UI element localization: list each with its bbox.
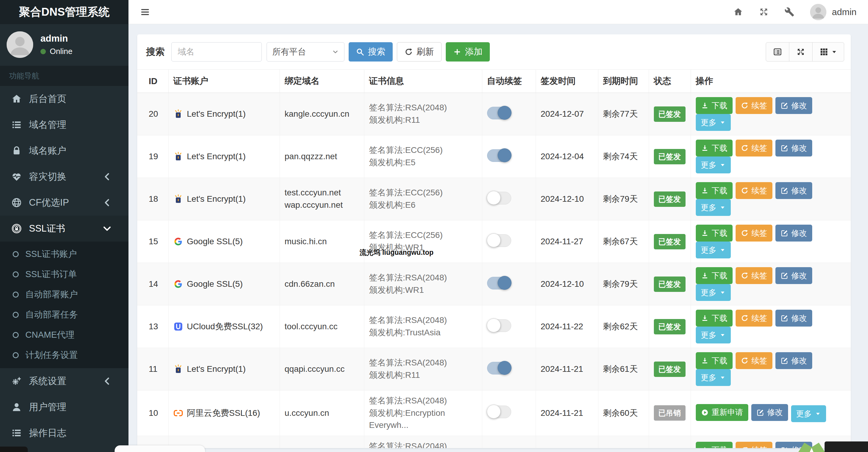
sidebar-item-cf-ip[interactable]: CF优选IP <box>0 190 128 216</box>
sidebar-item-op-logs[interactable]: 操作日志 <box>0 420 128 446</box>
sidebar-item-failover[interactable]: 容灾切换 <box>0 164 128 190</box>
edit-button[interactable]: 修改 <box>775 267 812 284</box>
more-button[interactable]: 更多 <box>696 157 731 173</box>
sidebar-item-system-settings[interactable]: 系统设置 <box>0 368 128 394</box>
cell-domains: kangle.cccyun.cn <box>280 93 364 135</box>
bottom-right-dark-widget[interactable] <box>825 442 868 452</box>
cell-actions: 下载续签修改更多 <box>691 93 851 135</box>
edit-button[interactable]: 修改 <box>775 310 812 327</box>
edit-button[interactable]: 修改 <box>775 97 812 114</box>
home-icon[interactable] <box>733 7 743 17</box>
sidebar-item-dashboard[interactable]: 后台首页 <box>0 86 128 112</box>
edit-button[interactable]: 修改 <box>751 404 788 421</box>
sidebar-item-cron-settings[interactable]: 计划任务设置 <box>0 345 128 365</box>
sidebar-item-ssl-accounts[interactable]: SSL证书账户 <box>0 244 128 264</box>
letsencrypt-icon <box>174 364 183 374</box>
circle-icon <box>13 271 19 278</box>
renew-button[interactable]: 续签 <box>736 352 772 369</box>
cell-actions: 下载续签修改更多 <box>691 135 851 178</box>
fullscreen-icon[interactable] <box>759 7 769 17</box>
app-logo[interactable]: 聚合DNS管理系统 <box>0 0 128 24</box>
auto-renew-toggle[interactable] <box>487 192 511 204</box>
download-button[interactable]: 下载 <box>696 140 733 157</box>
sidebar-item-deploy-accounts[interactable]: 自动部署账户 <box>0 284 128 304</box>
platform-select[interactable]: 所有平台 <box>267 42 344 62</box>
auto-renew-toggle[interactable] <box>487 362 511 375</box>
edit-button[interactable]: 修改 <box>775 182 812 199</box>
download-button[interactable]: 下载 <box>696 310 733 327</box>
auto-renew-toggle[interactable] <box>487 277 511 289</box>
online-dot <box>40 49 46 54</box>
cell-account: Let's Encrypt(1) <box>168 93 280 135</box>
sidebar-item-domain-manage[interactable]: 域名管理 <box>0 112 128 138</box>
download-button[interactable]: 下载 <box>696 225 733 241</box>
bottom-right-green-widget[interactable] <box>798 442 826 452</box>
search-button[interactable]: 搜索 <box>349 42 393 62</box>
caret-down-icon <box>720 332 726 338</box>
sidebar-nav: 后台首页 域名管理 域名账户 容灾切换 CF优选IP SSL证书 SSL证书账户… <box>0 86 128 446</box>
refresh-button[interactable]: 刷新 <box>397 42 441 62</box>
navbar-account[interactable]: admin <box>810 4 857 20</box>
columns-dropdown-button[interactable] <box>812 42 844 62</box>
more-button[interactable]: 更多 <box>696 241 731 258</box>
renew-button[interactable]: 续签 <box>736 182 772 199</box>
cell-issued: 2024-11-22 <box>536 305 598 348</box>
more-button[interactable]: 更多 <box>791 405 826 422</box>
sidebar-item-user-manage[interactable]: 用户管理 <box>0 394 128 420</box>
download-button[interactable]: 下载 <box>696 182 733 199</box>
table-row: 19 Let's Encrypt(1) pan.qqzzz.net 签名算法:E… <box>137 135 851 178</box>
renew-button[interactable]: 续签 <box>736 97 772 114</box>
sidebar-item-deploy-tasks[interactable]: 自动部署任务 <box>0 304 128 325</box>
add-button[interactable]: 添加 <box>446 42 490 62</box>
edit-icon <box>780 102 788 109</box>
cell-issued: 2024-12-04 <box>536 135 598 178</box>
cell-cert-info: 签名算法:RSA(2048)颁发机构:TrustAsia <box>364 305 482 348</box>
cell-domains: pan.qqzzz.net <box>280 135 364 178</box>
sidebar-item-domain-accounts[interactable]: 域名账户 <box>0 138 128 164</box>
cell-auto-renew <box>482 436 536 448</box>
auto-renew-toggle[interactable] <box>487 107 511 120</box>
toggle-view-button[interactable] <box>766 42 789 62</box>
refresh-icon <box>741 446 749 448</box>
sidebar-item-ssl-cert[interactable]: SSL证书 <box>0 216 128 241</box>
col-status: 状态 <box>649 70 691 93</box>
renew-button[interactable]: 续签 <box>736 140 772 157</box>
ssl-lock-icon <box>10 223 23 234</box>
download-button[interactable]: 下载 <box>696 442 733 448</box>
reapply-button[interactable]: 重新申请 <box>696 404 748 421</box>
auto-renew-toggle[interactable] <box>487 234 511 247</box>
more-button[interactable]: 更多 <box>696 199 731 216</box>
cell-expiry: 剩余77天 <box>598 93 649 135</box>
download-button[interactable]: 下载 <box>696 97 733 114</box>
more-button[interactable]: 更多 <box>696 114 731 131</box>
wrench-icon[interactable] <box>784 7 795 17</box>
more-button[interactable]: 更多 <box>696 284 731 301</box>
top-navbar: admin <box>128 0 868 24</box>
edit-button[interactable]: 修改 <box>775 225 812 241</box>
renew-button[interactable]: 续签 <box>736 442 772 448</box>
edit-button[interactable]: 修改 <box>775 140 812 157</box>
edit-icon <box>780 229 788 237</box>
renew-button[interactable]: 续签 <box>736 310 772 327</box>
edit-icon <box>780 314 788 322</box>
sidebar-toggle-button[interactable] <box>140 7 150 17</box>
renew-button[interactable]: 续签 <box>736 267 772 284</box>
cell-auto-renew <box>482 220 536 263</box>
sidebar-item-ssl-orders[interactable]: SSL证书订单 <box>0 264 128 284</box>
auto-renew-toggle[interactable] <box>487 406 511 418</box>
cell-id: 18 <box>137 178 168 220</box>
more-button[interactable]: 更多 <box>696 327 731 344</box>
user-meta: admin Online <box>40 33 72 56</box>
auto-renew-toggle[interactable] <box>487 149 511 162</box>
table-fullscreen-button[interactable] <box>789 42 812 62</box>
download-button[interactable]: 下载 <box>696 352 733 369</box>
search-input[interactable] <box>171 42 262 62</box>
cell-domains: cdn.66zan.cn <box>280 263 364 305</box>
lock-icon <box>10 146 23 156</box>
auto-renew-toggle[interactable] <box>487 319 511 332</box>
edit-button[interactable]: 修改 <box>775 352 812 369</box>
more-button[interactable]: 更多 <box>696 369 731 386</box>
download-button[interactable]: 下载 <box>696 267 733 284</box>
sidebar-item-cname-proxy[interactable]: CNAME代理 <box>0 325 128 345</box>
renew-button[interactable]: 续签 <box>736 225 772 241</box>
